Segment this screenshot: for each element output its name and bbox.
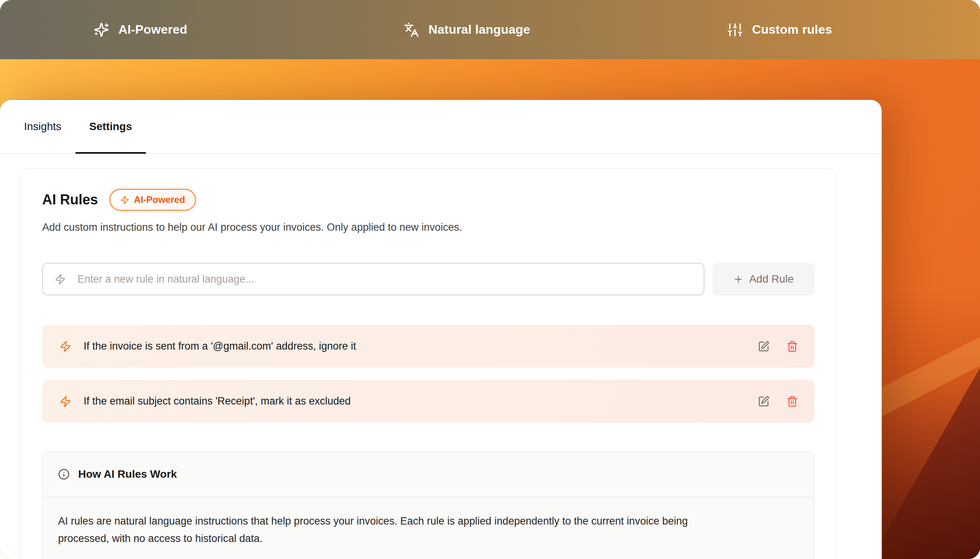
translate-icon (404, 22, 419, 38)
info-title: How AI Rules Work (78, 468, 177, 480)
rule-text: If the email subject contains 'Receipt',… (84, 395, 758, 407)
bolt-icon (60, 341, 71, 352)
add-rule-label: Add Rule (749, 273, 793, 285)
ai-rules-card: AI Rules AI-Powered Add custom instructi… (20, 168, 836, 559)
rule-text: If the invoice is sent from a '@gmail.co… (84, 340, 758, 352)
card-title-row: AI Rules AI-Powered (42, 189, 814, 211)
bolt-icon (60, 396, 71, 407)
tab-settings[interactable]: Settings (75, 100, 146, 153)
tab-insights[interactable]: Insights (10, 100, 75, 153)
rule-actions (758, 396, 798, 407)
card-description: Add custom instructions to help our AI p… (42, 221, 814, 233)
info-body: AI rules are natural language instructio… (43, 497, 720, 559)
edit-icon (758, 396, 769, 407)
sliders-icon (727, 22, 743, 38)
ai-powered-badge: AI-Powered (110, 189, 196, 211)
rule-row: If the email subject contains 'Receipt',… (42, 380, 814, 423)
screen: AI-Powered Natural language Custom rules… (0, 0, 980, 559)
tab-bar: Insights Settings (0, 100, 882, 154)
card-title: AI Rules (42, 192, 98, 208)
badge-label: AI-Powered (134, 194, 185, 205)
feature-label: AI-Powered (118, 22, 187, 37)
how-ai-rules-work-box: How AI Rules Work AI rules are natural l… (42, 451, 814, 559)
trash-icon (786, 396, 798, 407)
plus-icon (733, 274, 744, 285)
feature-label: Natural language (428, 22, 530, 37)
delete-rule-button[interactable] (786, 341, 798, 352)
rule-input-row: Add Rule (42, 263, 814, 295)
sparkles-icon (94, 22, 109, 38)
bolt-icon (55, 274, 66, 285)
trash-icon (786, 341, 798, 352)
info-header: How AI Rules Work (43, 452, 814, 497)
rule-row: If the invoice is sent from a '@gmail.co… (42, 325, 814, 368)
app-window: Insights Settings AI Rules AI-Powered Ad… (0, 100, 882, 559)
rule-actions (758, 341, 798, 352)
new-rule-input[interactable] (77, 273, 692, 285)
feature-custom-rules: Custom rules (727, 0, 832, 59)
delete-rule-button[interactable] (786, 396, 798, 407)
feature-label: Custom rules (752, 22, 832, 37)
rule-input-container (42, 263, 704, 295)
feature-banner: AI-Powered Natural language Custom rules (0, 0, 980, 59)
info-icon (58, 468, 70, 480)
feature-natural-language: Natural language (404, 0, 530, 59)
bolt-icon (120, 195, 129, 204)
edit-rule-button[interactable] (758, 396, 769, 407)
add-rule-button[interactable]: Add Rule (713, 263, 814, 295)
edit-icon (758, 341, 769, 352)
rules-list: If the invoice is sent from a '@gmail.co… (42, 325, 814, 423)
edit-rule-button[interactable] (758, 341, 769, 352)
feature-ai-powered: AI-Powered (94, 0, 187, 59)
